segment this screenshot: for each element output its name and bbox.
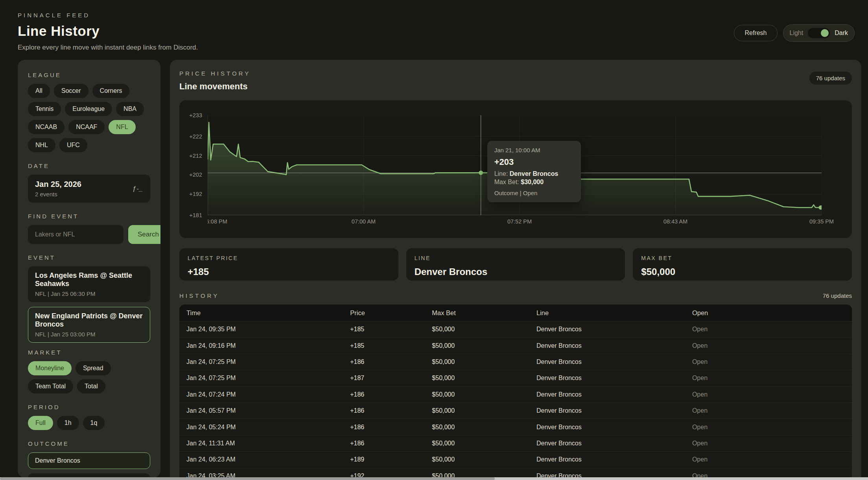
find-event-section-label: FIND EVENT (28, 213, 150, 220)
table-header-row: TimePriceMax BetLineOpen (179, 305, 852, 321)
cell-line: Denver Broncos (536, 342, 692, 349)
outcome-option-denver-broncos[interactable]: Denver Broncos (28, 452, 150, 469)
line-chart-card: +233+222+212+202+192+181 06:08 PM07:00 A… (179, 100, 852, 238)
league-pill-soccer[interactable]: Soccer (54, 84, 88, 98)
stat-value: +185 (188, 266, 390, 277)
theme-dark-label[interactable]: Dark (835, 30, 848, 37)
cell-price: +186 (350, 440, 432, 447)
cell-open: Open (692, 424, 852, 431)
search-input[interactable] (28, 225, 123, 244)
cell-max-bet: $50,000 (432, 358, 536, 366)
cell-open: Open (692, 407, 852, 414)
date-text: Jan 25, 2026 2 events (35, 180, 81, 198)
table-row[interactable]: Jan 24, 07:25 PM+186$50,000Denver Bronco… (179, 354, 852, 370)
y-tick-label: +233 (179, 112, 202, 118)
cell-open: Open (692, 342, 852, 349)
theme-switch-knob (821, 29, 829, 37)
stats-row: LATEST PRICE+185LINEDenver BroncosMAX BE… (179, 248, 852, 281)
league-pill-corners[interactable]: Corners (92, 84, 130, 98)
table-row[interactable]: Jan 24, 11:31 AM+186$50,000Denver Bronco… (179, 435, 852, 451)
price-history-eyebrow: PRICE HISTORY (179, 70, 251, 77)
cell-time: Jan 24, 05:24 PM (186, 424, 350, 431)
x-tick-label: 07:00 AM (352, 218, 376, 225)
outcome-section-label: OUTCOME (28, 440, 150, 447)
cell-max-bet: $50,000 (432, 456, 536, 463)
league-pill-euroleague[interactable]: Euroleague (65, 102, 112, 116)
y-tick-label: +181 (179, 212, 202, 218)
tooltip-time: Jan 21, 10:00 AM (494, 147, 574, 153)
period-pill-1q[interactable]: 1q (83, 416, 105, 430)
league-pill-list: AllSoccerCornersTennisEuroleagueNBANCAAB… (28, 84, 150, 152)
stat-value: $50,000 (641, 266, 844, 277)
league-section-label: LEAGUE (28, 72, 150, 78)
table-row[interactable]: Jan 24, 06:23 AM+189$50,000Denver Bronco… (179, 451, 852, 467)
page-subtitle: Explore every line move with instant dee… (18, 44, 198, 52)
league-pill-nhl[interactable]: NHL (28, 138, 55, 152)
theme-toggle[interactable]: Light Dark (783, 24, 855, 42)
table-row[interactable]: Jan 24, 07:24 PM+186$50,000Denver Bronco… (179, 386, 852, 402)
period-pill-1h[interactable]: 1h (57, 416, 79, 430)
cell-time: Jan 24, 05:57 PM (186, 407, 350, 414)
date-picker[interactable]: Jan 25, 2026 2 events ƒ-_ (28, 175, 150, 203)
cell-max-bet: $50,000 (432, 440, 536, 447)
find-event-row: Search (28, 225, 150, 244)
cell-line: Denver Broncos (536, 358, 692, 366)
cell-time: Jan 24, 06:23 AM (186, 456, 350, 463)
league-pill-tennis[interactable]: Tennis (28, 102, 61, 116)
cell-price: +186 (350, 407, 432, 414)
stat-label: LINE (415, 255, 617, 261)
y-tick-label: +212 (179, 153, 202, 159)
league-pill-all[interactable]: All (28, 84, 50, 98)
table-row[interactable]: Jan 24, 05:57 PM+186$50,000Denver Bronco… (179, 402, 852, 419)
date-value: Jan 25, 2026 (35, 180, 81, 189)
header-text: PINNACLE FEED Line History Explore every… (18, 12, 198, 52)
league-pill-nba[interactable]: NBA (116, 102, 144, 116)
market-pill-spread[interactable]: Spread (76, 361, 111, 375)
updates-badge: 76 updates (809, 72, 852, 85)
theme-switch[interactable] (808, 28, 830, 38)
period-pill-full[interactable]: Full (28, 416, 53, 430)
event-card-los-angeles-rams-seattle-seahawks[interactable]: Los Angeles Rams @ Seattle SeahawksNFL |… (28, 266, 150, 302)
cell-open: Open (692, 358, 852, 366)
column-header-price: Price (350, 309, 432, 317)
stat-label: MAX BET (641, 255, 844, 261)
table-row[interactable]: Jan 24, 09:16 PM+185$50,000Denver Bronco… (179, 337, 852, 353)
stat-card-latest-price: LATEST PRICE+185 (179, 248, 398, 281)
event-title: Los Angeles Rams @ Seattle Seahawks (35, 271, 143, 288)
history-header: HISTORY 76 updates (179, 292, 852, 299)
league-pill-ufc[interactable]: UFC (59, 138, 87, 152)
event-title: New England Patriots @ Denver Broncos (35, 312, 143, 329)
tooltip-max-bet: Max Bet: $30,000 (494, 179, 574, 186)
cell-price: +185 (350, 326, 432, 333)
cell-line: Denver Broncos (536, 326, 692, 333)
cell-open: Open (692, 456, 852, 463)
cell-max-bet: $50,000 (432, 424, 536, 431)
league-pill-ncaaf[interactable]: NCAAF (68, 120, 105, 134)
cell-line: Denver Broncos (536, 375, 692, 382)
league-pill-nfl[interactable]: NFL (109, 120, 135, 134)
theme-light-label[interactable]: Light (790, 30, 803, 37)
horizontal-scrollbar[interactable] (0, 477, 868, 480)
cell-max-bet: $50,000 (432, 326, 536, 333)
cell-price: +186 (350, 424, 432, 431)
cell-max-bet: $50,000 (432, 375, 536, 382)
refresh-button[interactable]: Refresh (734, 25, 777, 41)
table-row[interactable]: Jan 24, 07:25 PM+187$50,000Denver Bronco… (179, 370, 852, 386)
period-pill-list: Full1h1q (28, 416, 150, 430)
cell-line: Denver Broncos (536, 440, 692, 447)
y-tick-label: +222 (179, 133, 202, 140)
chart-title: Line movements (179, 81, 251, 92)
horizontal-scrollbar-thumb[interactable] (0, 477, 495, 480)
search-button[interactable]: Search (128, 225, 160, 244)
table-row[interactable]: Jan 24, 05:24 PM+186$50,000Denver Bronco… (179, 419, 852, 435)
market-pill-moneyline[interactable]: Moneyline (28, 361, 72, 375)
league-pill-ncaab[interactable]: NCAAB (28, 120, 65, 134)
header-actions: Refresh Light Dark (734, 24, 855, 42)
calendar-icon[interactable]: ƒ-_ (132, 185, 143, 193)
table-row[interactable]: Jan 24, 09:35 PM+185$50,000Denver Bronco… (179, 321, 852, 337)
cell-open: Open (692, 375, 852, 382)
market-pill-total[interactable]: Total (77, 379, 105, 393)
market-pill-team-total[interactable]: Team Total (28, 379, 73, 393)
filters-sidebar: LEAGUE AllSoccerCornersTennisEuroleagueN… (18, 60, 160, 478)
event-card-new-england-patriots-denver-broncos[interactable]: New England Patriots @ Denver BroncosNFL… (28, 307, 150, 343)
